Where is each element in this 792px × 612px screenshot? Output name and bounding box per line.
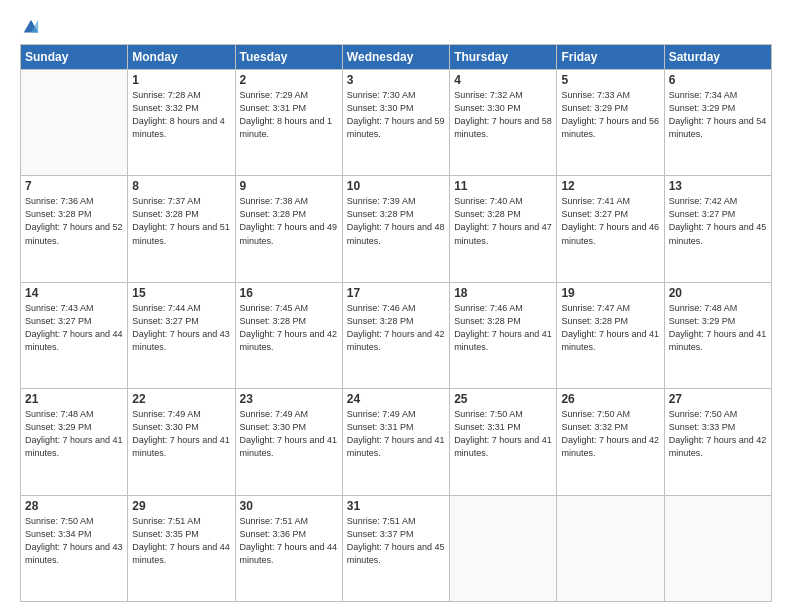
daylight-text: Daylight: 7 hours and 41 minutes.: [347, 434, 445, 460]
sunset-text: Sunset: 3:28 PM: [561, 315, 659, 328]
day-number: 2: [240, 73, 338, 87]
sunset-text: Sunset: 3:32 PM: [561, 421, 659, 434]
day-info: Sunrise: 7:51 AMSunset: 3:35 PMDaylight:…: [132, 515, 230, 567]
day-number: 13: [669, 179, 767, 193]
day-info: Sunrise: 7:51 AMSunset: 3:37 PMDaylight:…: [347, 515, 445, 567]
daylight-text: Daylight: 7 hours and 56 minutes.: [561, 115, 659, 141]
sunrise-text: Sunrise: 7:37 AM: [132, 195, 230, 208]
day-info: Sunrise: 7:39 AMSunset: 3:28 PMDaylight:…: [347, 195, 445, 247]
day-cell: 16Sunrise: 7:45 AMSunset: 3:28 PMDayligh…: [235, 282, 342, 388]
sunrise-text: Sunrise: 7:39 AM: [347, 195, 445, 208]
day-cell: 13Sunrise: 7:42 AMSunset: 3:27 PMDayligh…: [664, 176, 771, 282]
day-cell: [557, 495, 664, 601]
day-cell: 15Sunrise: 7:44 AMSunset: 3:27 PMDayligh…: [128, 282, 235, 388]
sunrise-text: Sunrise: 7:40 AM: [454, 195, 552, 208]
daylight-text: Daylight: 7 hours and 48 minutes.: [347, 221, 445, 247]
day-number: 3: [347, 73, 445, 87]
logo-icon: [22, 18, 40, 36]
sunset-text: Sunset: 3:27 PM: [669, 208, 767, 221]
day-cell: 26Sunrise: 7:50 AMSunset: 3:32 PMDayligh…: [557, 389, 664, 495]
daylight-text: Daylight: 7 hours and 44 minutes.: [132, 541, 230, 567]
daylight-text: Daylight: 7 hours and 51 minutes.: [132, 221, 230, 247]
weekday-friday: Friday: [557, 45, 664, 70]
sunset-text: Sunset: 3:27 PM: [132, 315, 230, 328]
daylight-text: Daylight: 7 hours and 41 minutes.: [454, 434, 552, 460]
day-info: Sunrise: 7:50 AMSunset: 3:31 PMDaylight:…: [454, 408, 552, 460]
daylight-text: Daylight: 7 hours and 46 minutes.: [561, 221, 659, 247]
day-info: Sunrise: 7:49 AMSunset: 3:30 PMDaylight:…: [132, 408, 230, 460]
sunrise-text: Sunrise: 7:29 AM: [240, 89, 338, 102]
day-cell: 31Sunrise: 7:51 AMSunset: 3:37 PMDayligh…: [342, 495, 449, 601]
day-info: Sunrise: 7:41 AMSunset: 3:27 PMDaylight:…: [561, 195, 659, 247]
sunrise-text: Sunrise: 7:51 AM: [240, 515, 338, 528]
sunset-text: Sunset: 3:30 PM: [454, 102, 552, 115]
daylight-text: Daylight: 7 hours and 44 minutes.: [240, 541, 338, 567]
sunrise-text: Sunrise: 7:28 AM: [132, 89, 230, 102]
day-number: 9: [240, 179, 338, 193]
sunrise-text: Sunrise: 7:49 AM: [347, 408, 445, 421]
daylight-text: Daylight: 7 hours and 44 minutes.: [25, 328, 123, 354]
sunset-text: Sunset: 3:29 PM: [669, 315, 767, 328]
daylight-text: Daylight: 7 hours and 52 minutes.: [25, 221, 123, 247]
day-info: Sunrise: 7:48 AMSunset: 3:29 PMDaylight:…: [669, 302, 767, 354]
sunset-text: Sunset: 3:36 PM: [240, 528, 338, 541]
sunset-text: Sunset: 3:28 PM: [454, 208, 552, 221]
day-number: 22: [132, 392, 230, 406]
day-number: 6: [669, 73, 767, 87]
sunrise-text: Sunrise: 7:44 AM: [132, 302, 230, 315]
sunset-text: Sunset: 3:27 PM: [561, 208, 659, 221]
daylight-text: Daylight: 7 hours and 41 minutes.: [132, 434, 230, 460]
daylight-text: Daylight: 7 hours and 42 minutes.: [561, 434, 659, 460]
day-number: 1: [132, 73, 230, 87]
daylight-text: Daylight: 7 hours and 59 minutes.: [347, 115, 445, 141]
day-cell: 18Sunrise: 7:46 AMSunset: 3:28 PMDayligh…: [450, 282, 557, 388]
sunset-text: Sunset: 3:29 PM: [561, 102, 659, 115]
sunset-text: Sunset: 3:28 PM: [347, 208, 445, 221]
day-cell: 6Sunrise: 7:34 AMSunset: 3:29 PMDaylight…: [664, 70, 771, 176]
week-row-3: 14Sunrise: 7:43 AMSunset: 3:27 PMDayligh…: [21, 282, 772, 388]
day-cell: 20Sunrise: 7:48 AMSunset: 3:29 PMDayligh…: [664, 282, 771, 388]
sunrise-text: Sunrise: 7:42 AM: [669, 195, 767, 208]
day-cell: 24Sunrise: 7:49 AMSunset: 3:31 PMDayligh…: [342, 389, 449, 495]
daylight-text: Daylight: 7 hours and 43 minutes.: [132, 328, 230, 354]
day-info: Sunrise: 7:50 AMSunset: 3:33 PMDaylight:…: [669, 408, 767, 460]
sunset-text: Sunset: 3:30 PM: [132, 421, 230, 434]
day-info: Sunrise: 7:42 AMSunset: 3:27 PMDaylight:…: [669, 195, 767, 247]
sunset-text: Sunset: 3:28 PM: [240, 315, 338, 328]
day-number: 17: [347, 286, 445, 300]
week-row-4: 21Sunrise: 7:48 AMSunset: 3:29 PMDayligh…: [21, 389, 772, 495]
day-number: 11: [454, 179, 552, 193]
day-number: 14: [25, 286, 123, 300]
day-number: 12: [561, 179, 659, 193]
sunset-text: Sunset: 3:30 PM: [240, 421, 338, 434]
sunset-text: Sunset: 3:28 PM: [25, 208, 123, 221]
day-number: 15: [132, 286, 230, 300]
sunset-text: Sunset: 3:28 PM: [347, 315, 445, 328]
sunset-text: Sunset: 3:34 PM: [25, 528, 123, 541]
daylight-text: Daylight: 7 hours and 58 minutes.: [454, 115, 552, 141]
sunset-text: Sunset: 3:28 PM: [454, 315, 552, 328]
sunset-text: Sunset: 3:33 PM: [669, 421, 767, 434]
weekday-thursday: Thursday: [450, 45, 557, 70]
sunrise-text: Sunrise: 7:32 AM: [454, 89, 552, 102]
day-number: 23: [240, 392, 338, 406]
day-cell: 29Sunrise: 7:51 AMSunset: 3:35 PMDayligh…: [128, 495, 235, 601]
day-cell: 9Sunrise: 7:38 AMSunset: 3:28 PMDaylight…: [235, 176, 342, 282]
day-info: Sunrise: 7:33 AMSunset: 3:29 PMDaylight:…: [561, 89, 659, 141]
daylight-text: Daylight: 8 hours and 4 minutes.: [132, 115, 230, 141]
day-cell: 1Sunrise: 7:28 AMSunset: 3:32 PMDaylight…: [128, 70, 235, 176]
day-number: 29: [132, 499, 230, 513]
sunrise-text: Sunrise: 7:34 AM: [669, 89, 767, 102]
daylight-text: Daylight: 7 hours and 41 minutes.: [561, 328, 659, 354]
day-info: Sunrise: 7:49 AMSunset: 3:30 PMDaylight:…: [240, 408, 338, 460]
day-cell: 8Sunrise: 7:37 AMSunset: 3:28 PMDaylight…: [128, 176, 235, 282]
sunset-text: Sunset: 3:29 PM: [669, 102, 767, 115]
sunset-text: Sunset: 3:31 PM: [347, 421, 445, 434]
sunrise-text: Sunrise: 7:36 AM: [25, 195, 123, 208]
day-number: 8: [132, 179, 230, 193]
day-info: Sunrise: 7:30 AMSunset: 3:30 PMDaylight:…: [347, 89, 445, 141]
day-cell: 19Sunrise: 7:47 AMSunset: 3:28 PMDayligh…: [557, 282, 664, 388]
day-info: Sunrise: 7:34 AMSunset: 3:29 PMDaylight:…: [669, 89, 767, 141]
day-number: 26: [561, 392, 659, 406]
day-info: Sunrise: 7:28 AMSunset: 3:32 PMDaylight:…: [132, 89, 230, 141]
